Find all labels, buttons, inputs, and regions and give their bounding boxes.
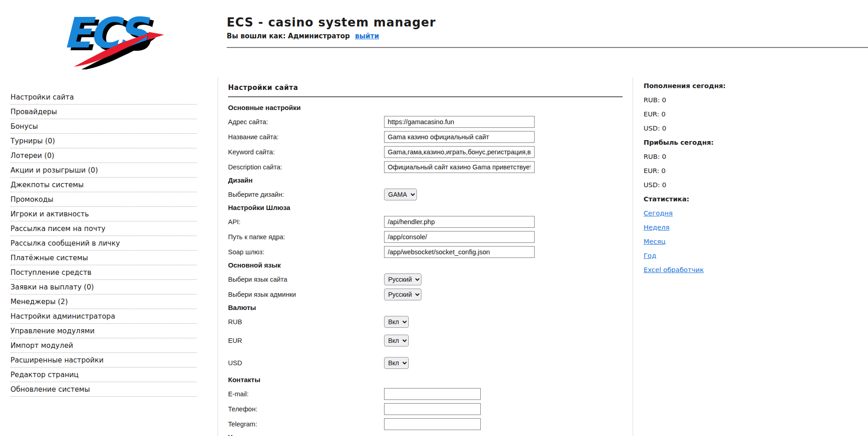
stats-value: USD: 0 — [644, 125, 780, 133]
form-row: USDВкл — [228, 357, 623, 369]
field-label: Soap шлюз: — [228, 248, 384, 256]
login-status: Вы вошли как: Администратор выйти — [227, 32, 436, 40]
sidebar-item[interactable]: Провайдеры — [10, 105, 197, 119]
sidebar-item[interactable]: Акции и розыгрыши (0) — [10, 163, 197, 178]
logout-link[interactable]: выйти — [355, 32, 379, 40]
form-row: Адрес сайта: — [228, 116, 623, 128]
sidebar-item[interactable]: Настройки сайта — [10, 90, 197, 105]
admin-lang-select[interactable]: Русский — [384, 289, 421, 300]
login-prefix: Вы вошли как: Администратор — [227, 32, 350, 40]
site-settings-form: Основные настройкиАдрес сайта:Название с… — [228, 104, 623, 436]
sidebar-item[interactable]: Бонусы — [10, 119, 197, 134]
sidebar-item[interactable]: Рассылка писем на почту — [10, 221, 197, 236]
design-select[interactable]: GAMA — [384, 189, 417, 200]
sidebar-item[interactable]: Турниры (0) — [10, 134, 197, 148]
field-label: Telegram: — [228, 420, 384, 428]
stats-link[interactable]: Сегодня — [644, 210, 673, 217]
stats-link-row: Excel обработчик — [644, 266, 780, 274]
rub-select[interactable]: Вкл — [384, 316, 409, 328]
field-label: Адрес сайта: — [228, 118, 384, 126]
form-row: Soap шлюз: — [228, 246, 623, 258]
form-row: Телефон: — [228, 403, 623, 415]
sidebar-item[interactable]: Импорт модулей — [10, 338, 197, 353]
stats-link-row: Месяц — [644, 238, 780, 246]
site-url-input[interactable] — [384, 116, 535, 128]
panel-divider — [228, 96, 623, 97]
section-header: Основные настройки — [228, 104, 623, 111]
stats-link[interactable]: Excel обработчик — [644, 266, 704, 273]
field-label: Путь к папке ядра: — [228, 233, 384, 241]
field-label: API: — [228, 218, 384, 226]
site-name-input[interactable] — [384, 131, 535, 143]
section-header: Основной язык — [228, 261, 623, 269]
sidebar-item[interactable]: Рассылка сообщений в личку — [10, 236, 197, 251]
sidebar-item[interactable]: Менеджеры (2) — [10, 294, 197, 309]
core-path-input[interactable] — [384, 231, 535, 243]
section-header: Контакты — [228, 376, 623, 383]
field-label: EUR — [228, 337, 384, 344]
sidebar-item[interactable]: Джекпоты системы — [10, 178, 197, 192]
field-label: Keyword сайта: — [228, 148, 384, 156]
stats-link[interactable]: Неделя — [644, 224, 670, 231]
form-row: Название сайта: — [228, 131, 623, 143]
stats-value: EUR: 0 — [644, 110, 780, 119]
sidebar-item[interactable]: Платёжные системы — [10, 251, 197, 265]
form-row: Выберите дизайн:GAMA — [228, 189, 623, 200]
form-row: Telegram: — [228, 418, 623, 430]
stats-value: EUR: 0 — [644, 167, 780, 175]
sidebar-item[interactable]: Редактор страниц — [10, 368, 197, 382]
sidebar-item[interactable]: Настройки администратора — [10, 309, 197, 324]
stats-value: USD: 0 — [644, 181, 780, 189]
form-row: EURВкл — [228, 335, 623, 347]
site-keyword-input[interactable] — [384, 146, 535, 158]
eur-select[interactable]: Вкл — [384, 335, 409, 347]
stats-links-title: Статистика: — [644, 195, 780, 204]
form-row: Выбери язык админкиРусский — [228, 289, 623, 300]
field-label: Выберите дизайн: — [228, 191, 384, 198]
stats-link[interactable]: Месяц — [644, 238, 665, 245]
field-label: Выбери язык сайта — [228, 276, 384, 283]
form-row: Description сайта: — [228, 161, 623, 173]
sidebar-item[interactable]: Обновление системы — [10, 382, 197, 397]
stats-value: RUB: 0 — [644, 153, 780, 161]
field-label: Description сайта: — [228, 163, 384, 171]
stats-link[interactable]: Год — [644, 252, 656, 259]
section-header: Настройки Шлюза — [228, 204, 623, 211]
sidebar-item[interactable]: Лотереи (0) — [10, 148, 197, 163]
field-label: RUB — [228, 318, 384, 326]
site-description-input[interactable] — [384, 161, 535, 173]
ecs-logo: ECS ECS — [59, 6, 164, 69]
field-label: E-mail: — [228, 390, 384, 398]
logo-swoosh-tip — [147, 32, 164, 40]
telegram-input[interactable] — [384, 418, 481, 430]
stats-group-title: Пополнения сегодня: — [644, 82, 780, 90]
site-lang-select[interactable]: Русский — [384, 273, 421, 285]
stats-link-row: Год — [644, 252, 780, 260]
page-title: ECS - casino system manager — [227, 16, 436, 29]
form-row: Keyword сайта: — [228, 146, 623, 158]
sidebar-item[interactable]: Промокоды — [10, 192, 197, 207]
form-row: Выбери язык сайтаРусский — [228, 273, 623, 285]
form-row: RUBВкл — [228, 316, 623, 328]
api-input[interactable] — [384, 216, 535, 228]
stats-value: RUB: 0 — [644, 96, 780, 105]
soap-gateway-input[interactable] — [384, 246, 535, 258]
sidebar-item[interactable]: Управление модулями — [10, 324, 197, 338]
email-input[interactable] — [384, 388, 481, 400]
sidebar-item[interactable]: Расширенные настройки — [10, 353, 197, 368]
header-divider — [227, 47, 868, 48]
stats-link-row: Сегодня — [644, 210, 780, 218]
sidebar-item[interactable]: Заявки на выплату (0) — [10, 280, 197, 294]
form-row: Путь к папке ядра: — [228, 231, 623, 243]
sidebar-item[interactable]: Поступление средств — [10, 265, 197, 280]
usd-select[interactable]: Вкл — [384, 357, 409, 369]
field-label: USD — [228, 359, 384, 367]
form-row: API: — [228, 216, 623, 228]
form-row: E-mail: — [228, 388, 623, 400]
section-header: Дизайн — [228, 176, 623, 184]
stats-column: Пополнения сегодня:RUB: 0EUR: 0USD: 0При… — [644, 82, 780, 280]
panel-title: Настройки сайта — [228, 84, 623, 92]
sidebar-item[interactable]: Игроки и активность — [10, 207, 197, 221]
phone-input[interactable] — [384, 403, 481, 415]
section-header: Уведомления — [228, 433, 623, 436]
